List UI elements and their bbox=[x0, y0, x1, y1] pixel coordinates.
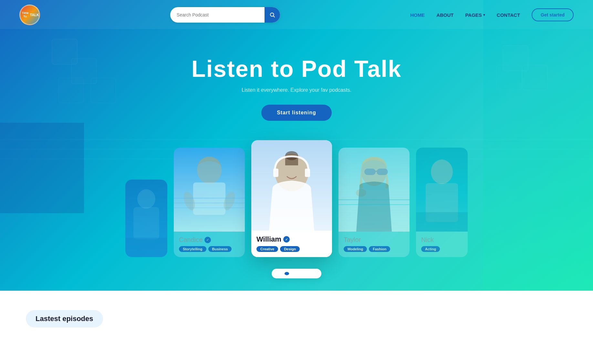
search-input[interactable] bbox=[170, 8, 265, 21]
latest-episodes-label: Lastest episodes bbox=[36, 315, 93, 323]
verified-icon: ✓ bbox=[204, 237, 211, 243]
dot-6[interactable] bbox=[312, 272, 315, 275]
dot-3[interactable] bbox=[292, 272, 296, 275]
svg-point-23 bbox=[431, 160, 453, 184]
navigation: HOME ABOUT PAGES ▾ CONTACT Get started bbox=[410, 8, 574, 21]
nav-home[interactable]: HOME bbox=[410, 12, 425, 18]
candice-name: Candice ✓ bbox=[179, 236, 240, 244]
bottom-section: Lastest episodes bbox=[0, 291, 593, 340]
card-nick[interactable]: Nick Acting bbox=[416, 148, 468, 257]
svg-rect-17 bbox=[364, 169, 376, 175]
svg-line-1 bbox=[274, 16, 275, 17]
card-taylor[interactable]: Taylor Modeling Fashion bbox=[338, 148, 410, 257]
hero-section: Listen to Pod Talk Listen it everywhere.… bbox=[185, 56, 408, 121]
start-listening-button[interactable]: Start listening bbox=[261, 105, 332, 121]
tag-business: Business bbox=[208, 246, 232, 252]
nav-about[interactable]: ABOUT bbox=[436, 12, 453, 18]
search-button[interactable] bbox=[265, 7, 280, 23]
william-name: William ✓ bbox=[256, 235, 327, 244]
dot-1[interactable] bbox=[278, 272, 281, 275]
svg-point-0 bbox=[270, 13, 274, 16]
tag-fashion: Fashion bbox=[369, 246, 390, 252]
nav-pages-label[interactable]: PAGES bbox=[465, 12, 482, 18]
taylor-name: Taylor bbox=[344, 236, 404, 244]
tag-storytelling: Storytelling bbox=[179, 246, 206, 252]
nick-name: Nick bbox=[421, 236, 463, 244]
search-bar bbox=[170, 7, 280, 23]
svg-point-2 bbox=[137, 189, 155, 209]
svg-rect-9 bbox=[174, 203, 245, 203]
dot-4[interactable] bbox=[299, 272, 302, 275]
svg-rect-10 bbox=[174, 207, 245, 208]
svg-rect-15 bbox=[305, 169, 310, 177]
dot-2[interactable] bbox=[285, 272, 289, 275]
tag-modeling: Modeling bbox=[344, 246, 367, 252]
tag-acting: Acting bbox=[421, 246, 440, 252]
chevron-down-icon: ▾ bbox=[483, 13, 485, 17]
logo: Time To TALK bbox=[19, 5, 40, 25]
hero-title: Listen to Pod Talk bbox=[192, 56, 402, 82]
verified-icon-william: ✓ bbox=[283, 236, 290, 243]
latest-episodes-badge: Lastest episodes bbox=[26, 310, 103, 328]
svg-rect-21 bbox=[338, 199, 410, 200]
svg-rect-18 bbox=[377, 169, 388, 175]
logo-image: Time To TALK bbox=[19, 5, 40, 25]
card-candice[interactable]: Candice ✓ Storytelling Business bbox=[174, 148, 245, 257]
carousel-dots bbox=[272, 269, 321, 278]
svg-rect-8 bbox=[174, 198, 245, 199]
tag-creative: Creative bbox=[256, 246, 278, 252]
hero-subtitle: Listen it everywhere. Explore your fav p… bbox=[192, 87, 402, 93]
card-william[interactable]: William ✓ Creative Design bbox=[251, 140, 332, 257]
nav-pages[interactable]: PAGES ▾ bbox=[465, 12, 485, 18]
card-far-left[interactable] bbox=[125, 180, 167, 257]
get-started-button[interactable]: Get started bbox=[532, 8, 574, 21]
svg-rect-22 bbox=[338, 204, 410, 205]
svg-rect-3 bbox=[133, 207, 159, 239]
dots-container bbox=[272, 269, 321, 278]
dot-5[interactable] bbox=[305, 272, 308, 275]
nav-contact[interactable]: CONTACT bbox=[497, 12, 520, 18]
podcast-cards-section: Candice ✓ Storytelling Business bbox=[0, 140, 593, 257]
tag-design: Design bbox=[280, 246, 300, 252]
svg-rect-14 bbox=[273, 169, 278, 177]
